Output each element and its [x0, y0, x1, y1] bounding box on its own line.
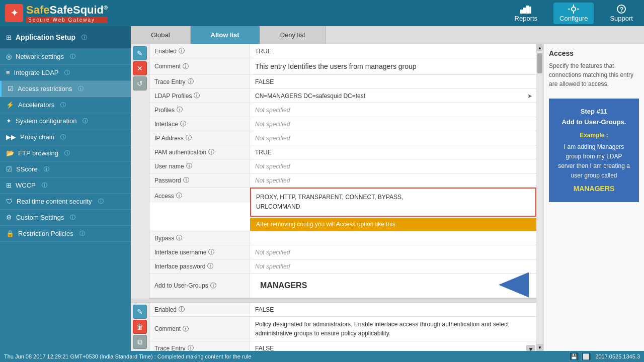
- tooltip-container: Step #11 Add to User-Groups. Example : I…: [549, 99, 639, 202]
- sidebar-item-access[interactable]: ☑ Access restrictions ⓘ: [0, 81, 131, 97]
- value-access-1: PROXY, HTTP, TRANSPARENT, CONNECT, BYPAS…: [250, 188, 536, 217]
- entry-1-actions: ✎ ✕ ↺: [131, 44, 149, 299]
- row-comment-2: Comment ⓘ Policy designated for administ…: [149, 317, 536, 341]
- nav-reports[interactable]: Reports: [509, 3, 544, 24]
- tooltip-highlight: MANAGERS: [557, 183, 631, 194]
- row-pam-1: PAM authentication ⓘ TRUE: [149, 145, 536, 159]
- sidebar-item-network[interactable]: ◎ Network settings ⓘ: [0, 49, 131, 65]
- value-trace-1: FALSE: [250, 75, 536, 88]
- info-icon-9: ⓘ: [44, 165, 49, 173]
- label-trace-1: Trace Entry ⓘ: [149, 75, 250, 88]
- value-password-1: Not specified: [250, 173, 536, 187]
- tab-allow-list[interactable]: Allow list: [191, 26, 260, 44]
- svg-point-4: [572, 7, 576, 11]
- sidebar-item-sscore[interactable]: ☑ SScore ⓘ: [0, 161, 131, 177]
- edit-btn-2[interactable]: ✎: [133, 305, 147, 319]
- label-ifpassword-1: Interface password ⓘ: [149, 259, 250, 273]
- version: 2017.0525.1345.3: [595, 353, 640, 359]
- row-access-1: Access ⓘ PROXY, HTTP, TRANSPARENT, CONNE…: [149, 188, 536, 231]
- row-comment-1: Comment ⓘ This entry Identifies the user…: [149, 58, 536, 75]
- grid2-icon: ⊞: [6, 182, 12, 189]
- edit-btn-1[interactable]: ✎: [133, 46, 147, 60]
- nav-configure[interactable]: Configure: [553, 3, 594, 24]
- label-username-1: User name ⓘ: [149, 159, 250, 173]
- checkbox-icon: ☑: [8, 85, 14, 93]
- info-icon-13: ⓘ: [79, 230, 85, 237]
- value-ip-1: Not specified: [250, 131, 536, 145]
- value-bypass-1: [250, 231, 536, 245]
- svg-marker-11: [499, 273, 529, 298]
- nav-support[interactable]: ? Support: [604, 3, 639, 24]
- value-enabled-1: TRUE: [250, 44, 536, 58]
- label-interface-1: Interface ⓘ: [149, 117, 250, 131]
- sidebar-item-app-setup[interactable]: ⊞ Application Setup ⓘ: [0, 26, 131, 49]
- tab-deny-list[interactable]: Deny list: [260, 26, 326, 44]
- info-icon-4: ⓘ: [78, 85, 84, 93]
- row-enabled-2: Enabled ⓘ FALSE: [149, 303, 536, 317]
- tooltip-example: Example :: [557, 131, 631, 140]
- sidebar-item-proxy[interactable]: ▶▶ Proxy chain ⓘ: [0, 129, 131, 145]
- right-panel-description: Specify the features that connections ma…: [549, 61, 639, 88]
- scroll-down[interactable]: ▼: [536, 344, 543, 351]
- scroll-thumb[interactable]: [537, 53, 542, 73]
- save-btn[interactable]: 💾: [569, 352, 579, 361]
- top-nav: Reports Configure ? Support: [509, 3, 639, 24]
- svg-text:?: ?: [620, 6, 623, 13]
- value-username-1: Not specified: [250, 159, 536, 173]
- delete-btn-1[interactable]: ✕: [133, 61, 147, 75]
- scrollbar[interactable]: ▲ ▼: [536, 44, 543, 351]
- value-enabled-2: FALSE: [250, 303, 536, 316]
- tab-bar: Global Allow list Deny list: [131, 26, 644, 44]
- sidebar-item-accelerators[interactable]: ⚡ Accelerators ⓘ: [0, 97, 131, 113]
- lightning-icon: ⚡: [6, 101, 14, 109]
- sidebar-item-wccp[interactable]: ⊞ WCCP ⓘ: [0, 177, 131, 194]
- sidebar-item-sysconfig[interactable]: ✦ System configuration ⓘ: [0, 113, 131, 129]
- topbar: ✦ SafeSafeSquid® Secure Web Gateway Repo…: [0, 0, 644, 26]
- send-icon-1: ➤: [527, 93, 532, 100]
- main-layout: ⊞ Application Setup ⓘ ◎ Network settings…: [0, 26, 644, 351]
- tab-global[interactable]: Global: [131, 26, 191, 44]
- row-bypass-1: Bypass ⓘ: [149, 231, 536, 245]
- sidebar-item-realtime[interactable]: 🛡 Real time content security ⓘ: [0, 194, 131, 210]
- value-ifusername-1: Not specified: [250, 245, 536, 259]
- value-profiles-1: Not specified: [250, 103, 536, 117]
- info-icon: ⓘ: [82, 34, 87, 41]
- list-icon: ≡: [6, 69, 10, 76]
- sidebar-item-custom[interactable]: ⚙ Custom Settings ⓘ: [0, 210, 131, 226]
- reset-btn-1[interactable]: ↺: [133, 76, 147, 90]
- statusbar: Thu Jun 08 2017 12:29:21 GMT+0530 (India…: [0, 351, 644, 362]
- value-pam-1: TRUE: [250, 145, 536, 159]
- row-username-1: User name ⓘ Not specified: [149, 159, 536, 173]
- statusbar-right: 💾 ⬜ 2017.0525.1345.3: [569, 352, 640, 361]
- right-panel: Access Specify the features that connect…: [543, 44, 644, 351]
- trace-dropdown-btn[interactable]: ▼: [526, 345, 535, 351]
- delete-btn-2[interactable]: 🗑: [133, 320, 147, 334]
- entry-1-section: ✎ ✕ ↺ Enabled ⓘ TRUE: [131, 44, 536, 299]
- maximize-btn[interactable]: ⬜: [581, 352, 591, 361]
- row-trace-2: Trace Entry ⓘ FALSE ▼: [149, 341, 536, 351]
- value-ldap-1: CN=MANAGERS DC=safesquid DC=test ➤: [250, 89, 536, 103]
- value-interface-1: Not specified: [250, 117, 536, 131]
- info-icon-2: ⓘ: [70, 53, 75, 60]
- arrow-svg: [499, 273, 536, 298]
- label-bypass-1: Bypass ⓘ: [149, 231, 250, 245]
- brand-name: SafeSafeSquid®: [26, 4, 108, 17]
- sidebar-item-ftp[interactable]: 📂 FTP browsing ⓘ: [0, 145, 131, 161]
- info-icon-3: ⓘ: [64, 69, 70, 76]
- scroll-up[interactable]: ▲: [536, 44, 543, 51]
- copy-btn-2[interactable]: ⧉: [133, 335, 147, 349]
- tools-icon: ✦: [6, 117, 12, 125]
- info-icon-11: ⓘ: [98, 198, 104, 205]
- shield-icon: 🛡: [6, 198, 13, 205]
- entry-1-table: Enabled ⓘ TRUE Comment ⓘ: [149, 44, 536, 299]
- svg-rect-3: [529, 7, 531, 14]
- row-ip-1: IP Address ⓘ Not specified: [149, 131, 536, 145]
- row-enabled-1: Enabled ⓘ TRUE: [149, 44, 536, 58]
- sidebar-item-ldap[interactable]: ≡ Integrate LDAP ⓘ: [0, 65, 131, 81]
- grid-icon: ⊞: [6, 34, 12, 41]
- row-usergroups-1: Add to User-Groups ⓘ MANAGERS: [149, 274, 536, 299]
- value-comment-2: Policy designated for administrators. En…: [250, 317, 536, 341]
- access-value-container: PROXY, HTTP, TRANSPARENT, CONNECT, BYPAS…: [250, 188, 536, 231]
- label-ldap-1: LDAP Profiles ⓘ: [149, 89, 250, 103]
- sidebar-item-restriction[interactable]: 🔒 Restriction Policies ⓘ: [0, 226, 131, 242]
